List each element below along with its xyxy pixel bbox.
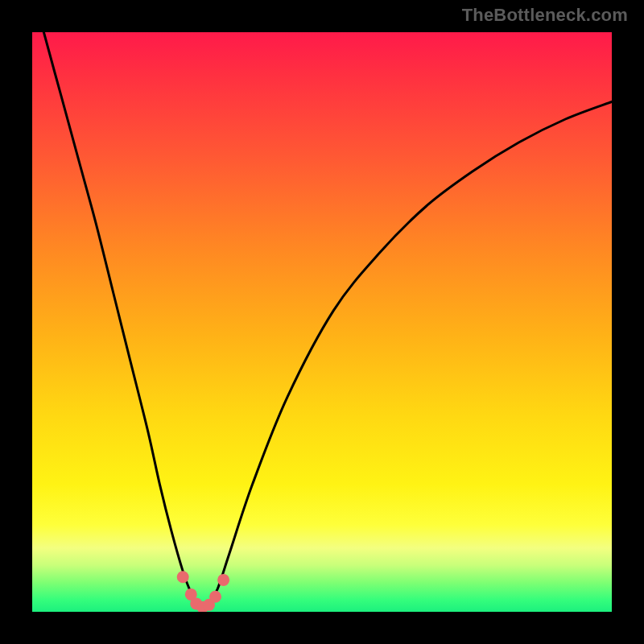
curve-layer bbox=[32, 32, 612, 612]
chart-frame: TheBottleneck.com bbox=[0, 0, 644, 644]
data-point-marker bbox=[209, 591, 221, 603]
bottleneck-curve bbox=[32, 32, 612, 609]
brand-watermark: TheBottleneck.com bbox=[462, 5, 628, 26]
data-point-marker bbox=[217, 574, 229, 586]
plot-area bbox=[32, 32, 612, 612]
data-point-marker bbox=[177, 571, 189, 583]
